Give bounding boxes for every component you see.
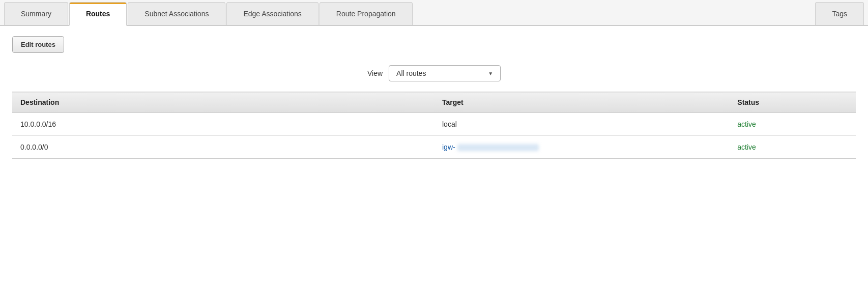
tab-summary[interactable]: Summary [4, 2, 68, 25]
tab-edge-associations[interactable]: Edge Associations [226, 2, 318, 25]
table-row: 10.0.0.0/16 local active [12, 113, 856, 136]
tabs-bar: Summary Routes Subnet Associations Edge … [0, 0, 868, 26]
status-cell: active [729, 113, 856, 136]
tab-route-propagation[interactable]: Route Propagation [320, 2, 413, 25]
target-cell: local [434, 113, 729, 136]
column-header-destination: Destination [12, 92, 434, 113]
destination-cell: 0.0.0.0/0 [12, 136, 434, 159]
tab-routes[interactable]: Routes [69, 2, 127, 26]
view-label: View [367, 69, 383, 77]
chevron-down-icon: ▼ [488, 71, 493, 76]
table-header-row: Destination Target Status [12, 92, 856, 113]
tab-tags[interactable]: Tags [815, 2, 864, 25]
view-select-text: All routes [396, 69, 483, 77]
column-header-status: Status [729, 92, 856, 113]
view-select[interactable]: All routes ▼ [389, 65, 501, 81]
main-content: Edit routes View All routes ▼ Destinatio… [0, 26, 868, 169]
tab-subnet-associations[interactable]: Subnet Associations [128, 2, 225, 25]
target-cell: igw- [434, 136, 729, 159]
routes-table: Destination Target Status 10.0.0.0/16 lo… [12, 92, 856, 159]
igw-id-blurred [457, 144, 539, 151]
view-selector-row: View All routes ▼ [12, 65, 856, 81]
igw-link[interactable]: igw- [442, 143, 539, 151]
status-cell: active [729, 136, 856, 159]
destination-cell: 10.0.0.0/16 [12, 113, 434, 136]
edit-routes-button[interactable]: Edit routes [12, 36, 64, 53]
column-header-target: Target [434, 92, 729, 113]
table-row: 0.0.0.0/0 igw- active [12, 136, 856, 159]
